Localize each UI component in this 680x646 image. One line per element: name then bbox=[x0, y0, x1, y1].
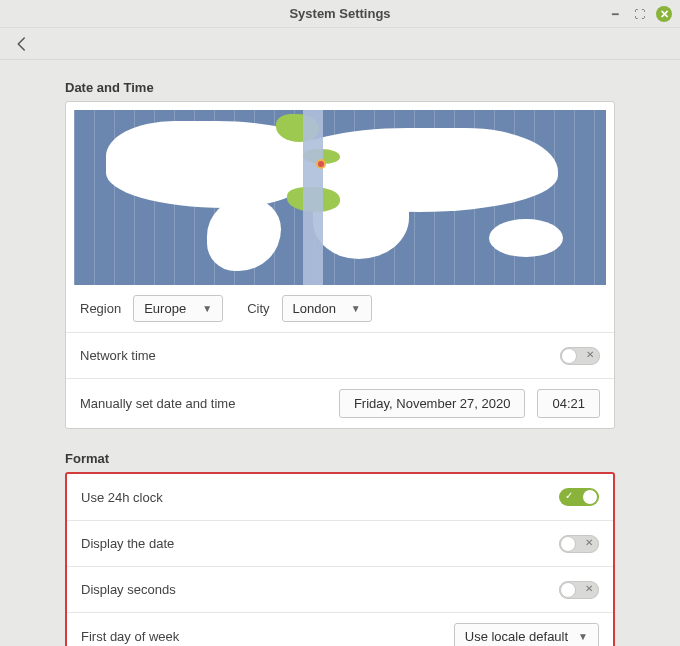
x-icon: ✕ bbox=[586, 349, 594, 360]
check-icon: ✓ bbox=[565, 490, 573, 501]
region-select[interactable]: Europe ▼ bbox=[133, 295, 223, 322]
arrow-left-icon bbox=[13, 35, 31, 53]
network-time-toggle[interactable]: ✕ bbox=[560, 347, 600, 365]
x-icon: ✕ bbox=[585, 537, 593, 548]
manual-datetime-row: Manually set date and time Friday, Novem… bbox=[66, 378, 614, 428]
timezone-map-wrap bbox=[66, 102, 614, 285]
region-city-row: Region Europe ▼ City London ▼ bbox=[66, 285, 614, 332]
city-value: London bbox=[293, 301, 336, 316]
section-title-datetime: Date and Time bbox=[65, 80, 615, 95]
time-value: 04:21 bbox=[552, 396, 585, 411]
display-date-toggle[interactable]: ✕ bbox=[559, 535, 599, 553]
chevron-down-icon: ▼ bbox=[578, 631, 588, 642]
use-24h-row: Use 24h clock ✓ bbox=[67, 474, 613, 520]
window-controls: ━ ⛶ ✕ bbox=[608, 6, 672, 22]
date-button[interactable]: Friday, November 27, 2020 bbox=[339, 389, 526, 418]
close-icon[interactable]: ✕ bbox=[656, 6, 672, 22]
display-seconds-toggle[interactable]: ✕ bbox=[559, 581, 599, 599]
first-day-value: Use locale default bbox=[465, 629, 568, 644]
city-label: City bbox=[247, 301, 269, 316]
display-date-row: Display the date ✕ bbox=[67, 520, 613, 566]
timezone-map[interactable] bbox=[74, 110, 606, 285]
display-seconds-label: Display seconds bbox=[81, 582, 176, 597]
format-panel: Use 24h clock ✓ Display the date ✕ Displ… bbox=[65, 472, 615, 646]
content: Date and Time Reg bbox=[0, 60, 680, 646]
time-button[interactable]: 04:21 bbox=[537, 389, 600, 418]
minimize-icon[interactable]: ━ bbox=[608, 7, 622, 21]
region-label: Region bbox=[80, 301, 121, 316]
chevron-down-icon: ▼ bbox=[202, 303, 212, 314]
map-continents bbox=[74, 110, 606, 285]
region-value: Europe bbox=[144, 301, 186, 316]
display-date-label: Display the date bbox=[81, 536, 174, 551]
back-button[interactable] bbox=[10, 32, 34, 56]
manual-datetime-label: Manually set date and time bbox=[80, 396, 235, 411]
chevron-down-icon: ▼ bbox=[351, 303, 361, 314]
timezone-highlight-band bbox=[303, 110, 323, 285]
date-value: Friday, November 27, 2020 bbox=[354, 396, 511, 411]
first-day-row: First day of week Use locale default ▼ bbox=[67, 612, 613, 646]
maximize-icon[interactable]: ⛶ bbox=[632, 7, 646, 21]
datetime-panel: Region Europe ▼ City London ▼ Network ti… bbox=[65, 101, 615, 429]
use-24h-toggle[interactable]: ✓ bbox=[559, 488, 599, 506]
use-24h-label: Use 24h clock bbox=[81, 490, 163, 505]
city-select[interactable]: London ▼ bbox=[282, 295, 372, 322]
first-day-label: First day of week bbox=[81, 629, 179, 644]
display-seconds-row: Display seconds ✕ bbox=[67, 566, 613, 612]
location-pin-icon bbox=[316, 159, 326, 169]
window-title: System Settings bbox=[289, 6, 390, 21]
first-day-select[interactable]: Use locale default ▼ bbox=[454, 623, 599, 646]
x-icon: ✕ bbox=[585, 583, 593, 594]
toolbar bbox=[0, 28, 680, 60]
section-title-format: Format bbox=[65, 451, 615, 466]
network-time-row: Network time ✕ bbox=[66, 332, 614, 378]
network-time-label: Network time bbox=[80, 348, 156, 363]
titlebar: System Settings ━ ⛶ ✕ bbox=[0, 0, 680, 28]
